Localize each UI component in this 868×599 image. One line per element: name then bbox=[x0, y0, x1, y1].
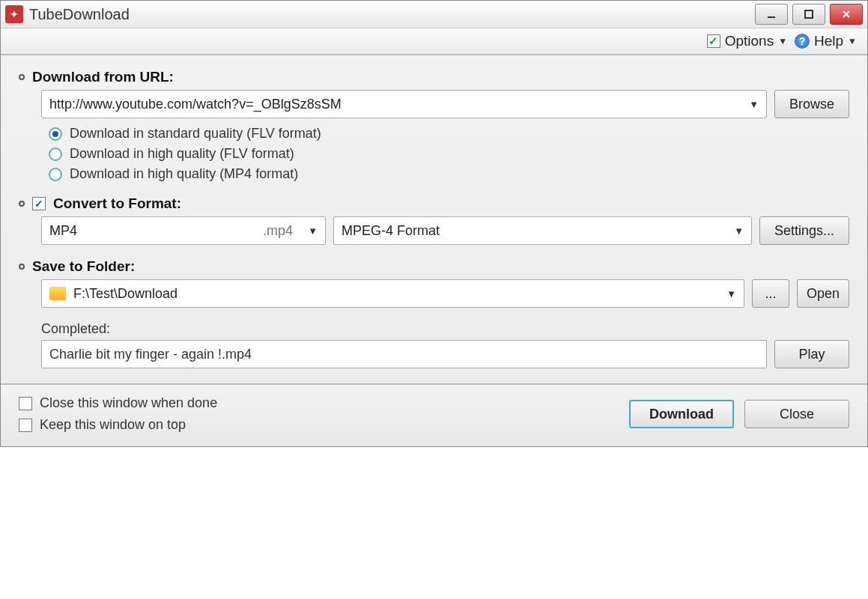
url-value: http://www.youtube.com/watch?v=_OBlgSz8s… bbox=[49, 97, 342, 112]
chevron-down-icon: ▼ bbox=[308, 225, 318, 237]
bullet-icon bbox=[19, 74, 25, 80]
folder-browse-button[interactable]: ... bbox=[752, 279, 789, 308]
close-window-button[interactable]: Close bbox=[744, 400, 849, 428]
chevron-down-icon: ▼ bbox=[726, 288, 736, 300]
app-icon: ✦ bbox=[5, 5, 23, 23]
keep-on-top-checkbox[interactable]: Keep this window on top bbox=[19, 417, 217, 433]
quality-radio-high-mp4[interactable]: Download in high quality (MP4 format) bbox=[49, 166, 849, 182]
folder-open-button[interactable]: Open bbox=[797, 279, 849, 308]
download-button[interactable]: Download bbox=[629, 400, 734, 428]
chevron-down-icon: ▼ bbox=[749, 99, 759, 110]
folder-path: F:\Test\Download bbox=[73, 286, 177, 302]
url-input[interactable]: http://www.youtube.com/watch?v=_OBlgSz8s… bbox=[41, 90, 767, 118]
folder-select[interactable]: F:\Test\Download ▼ bbox=[41, 279, 744, 308]
window-controls bbox=[755, 4, 863, 25]
url-section-label: Download from URL: bbox=[19, 69, 849, 85]
checkbox-icon bbox=[19, 419, 32, 432]
radio-icon bbox=[49, 168, 62, 181]
format-value: MP4 bbox=[49, 223, 77, 239]
codec-select[interactable]: MPEG-4 Format ▼ bbox=[333, 216, 752, 245]
format-extension: .mp4 bbox=[263, 223, 293, 239]
bullet-icon bbox=[19, 201, 25, 207]
radio-icon bbox=[49, 148, 62, 161]
chevron-down-icon: ▼ bbox=[848, 36, 857, 46]
window-title: TubeDownload bbox=[29, 6, 755, 23]
titlebar: ✦ TubeDownload bbox=[1, 1, 867, 28]
help-menu[interactable]: ? Help ▼ bbox=[795, 33, 857, 49]
folder-icon bbox=[49, 287, 66, 300]
checkbox-icon bbox=[19, 397, 32, 410]
svg-rect-1 bbox=[805, 10, 813, 18]
quality-radio-standard-flv[interactable]: Download in standard quality (FLV format… bbox=[49, 126, 849, 142]
help-label: Help bbox=[814, 33, 843, 49]
completed-file-field: Charlie bit my finger - again !.mp4 bbox=[41, 340, 767, 368]
quality-radio-group: Download in standard quality (FLV format… bbox=[49, 126, 849, 182]
help-icon: ? bbox=[795, 34, 810, 49]
convert-checkbox[interactable]: ✓ bbox=[32, 197, 46, 210]
content-area: Download from URL: http://www.youtube.co… bbox=[1, 55, 867, 383]
bullet-icon bbox=[19, 264, 25, 270]
chevron-down-icon: ▼ bbox=[778, 36, 787, 46]
chevron-down-icon: ▼ bbox=[734, 225, 744, 237]
radio-icon bbox=[49, 127, 62, 141]
play-button[interactable]: Play bbox=[774, 340, 849, 368]
app-window: ✦ TubeDownload ✓ Options ▼ ? Help ▼ Down… bbox=[0, 0, 868, 447]
browse-button[interactable]: Browse bbox=[774, 90, 849, 118]
format-select[interactable]: MP4 .mp4 ▼ bbox=[41, 216, 326, 245]
convert-section-label: ✓ Convert to Format: bbox=[19, 195, 849, 212]
settings-button[interactable]: Settings... bbox=[759, 216, 849, 245]
options-checkbox-icon: ✓ bbox=[707, 34, 720, 48]
quality-radio-high-flv[interactable]: Download in high quality (FLV format) bbox=[49, 146, 849, 162]
completed-label: Completed: bbox=[41, 321, 849, 337]
completed-file: Charlie bit my finger - again !.mp4 bbox=[49, 347, 252, 362]
codec-value: MPEG-4 Format bbox=[342, 223, 440, 239]
svg-rect-0 bbox=[768, 16, 775, 18]
menubar: ✓ Options ▼ ? Help ▼ bbox=[1, 28, 867, 55]
close-button[interactable] bbox=[830, 4, 863, 25]
save-section-label: Save to Folder: bbox=[19, 258, 849, 275]
minimize-button[interactable] bbox=[755, 4, 788, 25]
options-menu[interactable]: ✓ Options ▼ bbox=[707, 33, 787, 49]
options-label: Options bbox=[725, 33, 774, 49]
footer: Close this window when done Keep this wi… bbox=[1, 383, 867, 446]
close-when-done-checkbox[interactable]: Close this window when done bbox=[19, 395, 217, 411]
maximize-button[interactable] bbox=[792, 4, 825, 25]
